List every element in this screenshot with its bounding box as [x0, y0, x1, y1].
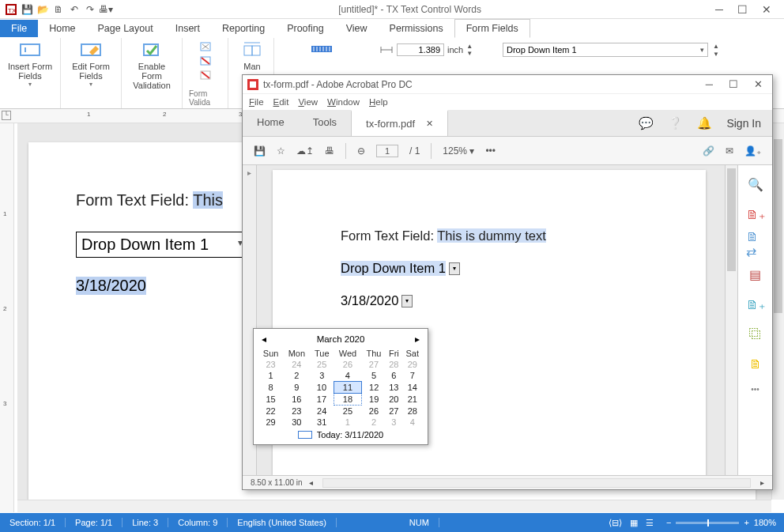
close-icon[interactable]: ✕	[762, 3, 771, 16]
help-icon[interactable]: ❔	[668, 116, 683, 130]
calendar-day[interactable]: 21	[402, 394, 423, 406]
save-pdf-icon[interactable]: 💾	[254, 145, 266, 157]
conditional-button[interactable]	[199, 41, 212, 54]
acrobat-maximize-icon[interactable]: ☐	[729, 78, 738, 90]
calendar-day[interactable]: 13	[386, 382, 401, 394]
date-field[interactable]: 3/18/2020	[76, 277, 146, 295]
zoom-out-icon[interactable]: −	[666, 518, 671, 527]
hscroll-left-icon[interactable]: ◂	[309, 478, 313, 487]
calendar-day[interactable]: 12	[362, 382, 386, 394]
menu-view[interactable]: View	[335, 20, 379, 37]
zoom-level-select[interactable]: 125% ▾	[443, 145, 474, 157]
calendar-day[interactable]: 3	[386, 417, 401, 428]
menu-form-fields[interactable]: Form Fields	[454, 19, 530, 38]
calendar-day[interactable]: 15	[258, 394, 283, 406]
acrobat-horizontal-scrollbar[interactable]	[322, 478, 751, 488]
form-text-field-value[interactable]: This	[193, 191, 223, 209]
calendar-day[interactable]: 5	[362, 370, 386, 382]
menu-page-layout[interactable]: Page Layout	[87, 20, 164, 37]
ribbon-dropdown[interactable]: Drop Down Item 1▾	[503, 43, 708, 57]
fill-sign-tool-icon[interactable]: 🗎	[746, 355, 765, 374]
combine-tool-icon[interactable]: 🗎₊	[746, 295, 765, 314]
bell-icon[interactable]: 🔔	[697, 116, 712, 130]
pdf-form-text-value[interactable]: This is dummy text	[437, 228, 546, 243]
zoom-slider[interactable]	[676, 522, 739, 524]
acrobat-menu-file[interactable]: File	[249, 97, 264, 107]
enable-form-validation-button[interactable]: Enable Form Validation	[128, 41, 175, 90]
acrobat-menu-help[interactable]: Help	[369, 97, 388, 107]
search-tool-icon[interactable]: 🔍	[746, 175, 765, 194]
conditional-disable-button[interactable]	[199, 70, 212, 82]
minimize-icon[interactable]: ─	[715, 3, 723, 16]
acrobat-minimize-icon[interactable]: ─	[706, 78, 713, 90]
menu-insert[interactable]: Insert	[164, 20, 211, 37]
pdf-date-field[interactable]: 3/18/2020▾	[341, 293, 413, 308]
calendar-day[interactable]: 10	[310, 382, 334, 394]
more-icon[interactable]: •••	[485, 145, 496, 157]
today-link[interactable]: Today: 3/11/2020	[317, 430, 383, 440]
calendar-day[interactable]: 31	[310, 417, 334, 428]
calendar-day[interactable]: 1	[258, 370, 283, 382]
insert-form-fields-button[interactable]: Insert Form Fields ▾	[6, 41, 54, 88]
comment-icon[interactable]: 💬	[639, 116, 654, 130]
undo-icon[interactable]: ↶	[66, 2, 82, 17]
next-month-icon[interactable]: ▸	[415, 334, 420, 345]
calendar-day[interactable]: 24	[283, 359, 310, 370]
pdf-dropdown-field[interactable]: Drop Down Item 1▾	[341, 261, 460, 276]
calendar-day[interactable]: 26	[334, 359, 362, 370]
zoom-out-pdf-icon[interactable]: ⊖	[357, 145, 365, 157]
menu-permissions[interactable]: Permissions	[379, 20, 454, 37]
cloud-upload-icon[interactable]: ☁↥	[296, 145, 314, 157]
hscroll-right-icon[interactable]: ▸	[760, 478, 764, 487]
calendar-day[interactable]: 3	[310, 370, 334, 382]
calendar-day[interactable]: 19	[362, 394, 386, 406]
calendar-day[interactable]: 30	[283, 417, 310, 428]
calendar-day[interactable]: 2	[362, 417, 386, 428]
open-icon[interactable]: 📂	[35, 2, 51, 17]
ribbon-spin-down-icon[interactable]: ▼	[713, 51, 719, 58]
calendar-day[interactable]: 14	[402, 382, 423, 394]
calendar-day[interactable]: 25	[310, 359, 334, 370]
maximize-icon[interactable]: ☐	[737, 3, 748, 16]
file-menu[interactable]: File	[0, 20, 38, 37]
calendar-day[interactable]: 4	[334, 370, 362, 382]
new-icon[interactable]: 🗎	[51, 2, 66, 17]
edit-form-fields-button[interactable]: Edit Form Fields ▾	[67, 41, 115, 88]
acrobat-close-icon[interactable]: ✕	[754, 78, 763, 90]
edit-pdf-tool-icon[interactable]: ▤	[746, 265, 765, 284]
calendar-day[interactable]: 11	[334, 382, 362, 394]
calendar-day[interactable]: 26	[362, 406, 386, 417]
status-language[interactable]: English (United States)	[228, 518, 337, 527]
vertical-scrollbar[interactable]	[771, 123, 784, 500]
calendar-day[interactable]: 1	[334, 417, 362, 428]
calendar-day[interactable]: 25	[334, 406, 362, 417]
measure-input[interactable]: 1.389	[397, 43, 444, 56]
acrobat-tab-document[interactable]: tx-form.pdf✕	[351, 110, 448, 136]
export-pdf-tool-icon[interactable]: 🗎⇄	[746, 235, 765, 254]
save-icon[interactable]: 💾	[19, 2, 35, 17]
zoom-in-icon[interactable]: +	[744, 518, 748, 527]
calendar-day[interactable]: 27	[362, 359, 386, 370]
email-icon[interactable]: ✉	[726, 145, 733, 157]
calendar-day[interactable]: 29	[402, 359, 423, 370]
calendar-day[interactable]: 27	[386, 406, 401, 417]
calendar-day[interactable]: 20	[386, 394, 401, 406]
view-page-icon[interactable]: ▦	[630, 518, 638, 528]
spin-up-icon[interactable]: ▲	[466, 43, 473, 50]
calendar-day[interactable]: 23	[258, 359, 283, 370]
view-full-width-icon[interactable]: ⟨⊟⟩	[609, 518, 622, 528]
calendar-day[interactable]: 28	[402, 406, 423, 417]
acrobat-menu-edit[interactable]: Edit	[273, 97, 289, 107]
calendar-day[interactable]: 7	[402, 370, 423, 382]
manage-button[interactable]: Man	[235, 41, 270, 71]
ribbon-spin-up-icon[interactable]: ▲	[713, 43, 719, 50]
organize-tool-icon[interactable]: ⿻	[746, 325, 765, 344]
spin-down-icon[interactable]: ▼	[466, 50, 473, 57]
vertical-ruler[interactable]: 1 2 3	[0, 123, 14, 512]
calendar-day[interactable]: 24	[310, 406, 334, 417]
calendar-day[interactable]: 4	[402, 417, 423, 428]
zoom-level[interactable]: 180%	[754, 518, 776, 527]
sign-in-link[interactable]: Sign In	[726, 117, 761, 130]
tab-close-icon[interactable]: ✕	[426, 119, 433, 129]
acrobat-tab-tools[interactable]: Tools	[299, 110, 351, 136]
